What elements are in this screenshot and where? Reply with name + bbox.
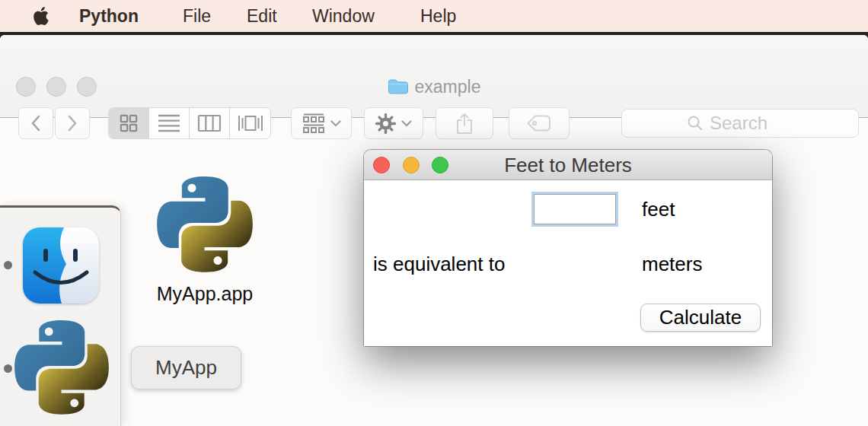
python-icon <box>14 320 109 416</box>
share-icon <box>455 112 474 135</box>
meters-label: meters <box>642 246 702 281</box>
app-file-label: MyApp.app <box>155 283 254 305</box>
zoom-button[interactable] <box>77 77 97 97</box>
feet-entry-ring <box>531 192 618 227</box>
dock <box>0 205 121 426</box>
menu-bar: Python File Edit Window Help <box>0 0 868 32</box>
search-input[interactable] <box>710 113 793 134</box>
finder-icon <box>23 227 99 304</box>
dock-item-python[interactable] <box>14 320 109 416</box>
apple-logo-icon[interactable] <box>34 7 49 25</box>
view-mode-segmented-control <box>108 107 271 139</box>
minimize-button[interactable] <box>46 77 66 97</box>
feet-entry-input[interactable] <box>534 194 616 224</box>
column-view-button[interactable] <box>190 108 230 138</box>
chevron-down-icon <box>401 120 412 127</box>
grid-view-icon <box>120 114 138 132</box>
close-button[interactable] <box>16 77 36 97</box>
cover-flow-icon <box>238 113 263 133</box>
gear-icon <box>375 113 396 134</box>
arrange-button[interactable] <box>291 107 352 139</box>
icon-view-button[interactable] <box>109 108 149 138</box>
share-button[interactable] <box>436 107 493 139</box>
list-view-button[interactable] <box>149 108 190 138</box>
menu-item-window[interactable]: Window <box>312 0 375 32</box>
back-button[interactable] <box>18 107 53 139</box>
python-app-icon <box>157 176 253 274</box>
menu-item-help[interactable]: Help <box>420 0 456 32</box>
list-view-icon <box>158 113 180 133</box>
menu-item-file[interactable]: File <box>183 0 211 32</box>
app-file-myapp[interactable]: MyApp.app <box>155 176 254 305</box>
dock-tooltip-text: MyApp <box>155 356 217 380</box>
feet-window-title: Feet to Meters <box>364 150 772 180</box>
tag-button[interactable] <box>509 107 570 139</box>
feet-to-meters-window: Feet to Meters feet is equivalent to met… <box>364 150 772 346</box>
search-icon <box>687 115 704 132</box>
chevron-down-icon <box>330 120 341 127</box>
folder-icon <box>388 78 408 95</box>
finder-header: example <box>0 35 868 118</box>
zoom-button[interactable] <box>432 157 448 173</box>
close-button[interactable] <box>373 157 390 173</box>
python-running-indicator-dot <box>4 364 12 373</box>
dock-item-finder[interactable] <box>23 227 99 304</box>
finder-running-indicator-dot <box>4 261 12 269</box>
cover-flow-view-button[interactable] <box>230 108 270 138</box>
feet-window-body: feet is equivalent to meters Calculate <box>364 180 772 346</box>
search-field[interactable] <box>621 109 859 138</box>
window-title: example <box>0 76 868 97</box>
feet-window-titlebar[interactable]: Feet to Meters <box>364 150 772 180</box>
calculate-button[interactable]: Calculate <box>640 304 761 332</box>
forward-button[interactable] <box>55 107 90 139</box>
menu-item-edit[interactable]: Edit <box>247 0 277 32</box>
window-title-text: example <box>415 77 481 97</box>
action-gear-button[interactable] <box>364 107 423 139</box>
is-equivalent-to-label: is equivalent to <box>373 246 505 281</box>
column-view-icon <box>197 114 222 132</box>
arrange-icon <box>302 113 325 134</box>
dock-tooltip: MyApp <box>131 346 241 389</box>
feet-label: feet <box>642 192 675 227</box>
minimize-button[interactable] <box>403 157 420 173</box>
menu-app-name[interactable]: Python <box>79 0 139 32</box>
tag-icon <box>526 114 552 132</box>
